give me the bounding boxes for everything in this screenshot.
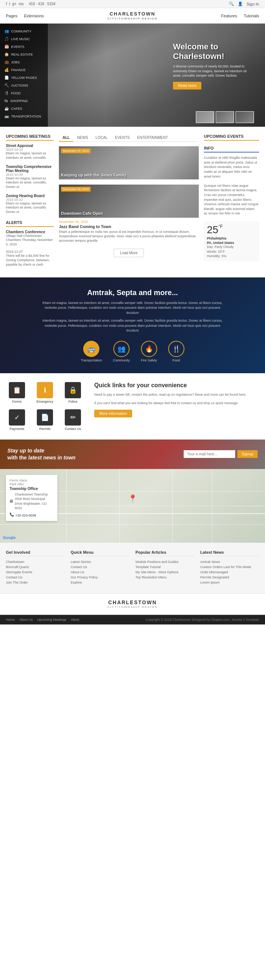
dark-icon-community[interactable]: 👥 Community bbox=[113, 341, 130, 362]
facebook-icon[interactable]: f bbox=[6, 2, 7, 6]
map-card: Ferris AlanoPark Albo Township Office 🏛 … bbox=[6, 475, 57, 521]
news-date-2: November 09, 2015 bbox=[59, 220, 199, 224]
rss-icon[interactable]: rss bbox=[19, 2, 24, 6]
sidebar-item-cafes[interactable]: ☕ CAFES bbox=[0, 105, 48, 112]
brand-name: CHARLESTOWN bbox=[108, 11, 157, 17]
newsletter-email-input[interactable] bbox=[184, 450, 235, 458]
quick-icon-permits[interactable]: 📄 Permits bbox=[34, 409, 56, 431]
tab-news[interactable]: NEWS bbox=[73, 134, 92, 142]
footer-quickmenu-link-3[interactable]: About Us bbox=[71, 570, 130, 574]
alert-item-1: Chambers Conference Village Hall Charles… bbox=[6, 230, 54, 247]
footer-latestnews-link-2[interactable]: Custom Orders Last for This Week bbox=[200, 565, 259, 569]
footer-popular-title: Popular Articles bbox=[135, 550, 194, 556]
transportation-icon: 🚌 bbox=[5, 114, 9, 118]
brand-sub: CITY/TOWNSHIP DESIGN bbox=[108, 17, 157, 21]
footer-getinvolved-link-4[interactable]: Contact Us bbox=[6, 576, 65, 579]
nav-tutorials[interactable]: Tutorials bbox=[244, 14, 259, 18]
quick-icon-contact[interactable]: ✏ Contact Us bbox=[62, 409, 84, 431]
topbar-right: 🔍 👤 Sign In bbox=[229, 2, 259, 6]
quick-icon-emergency[interactable]: ℹ Emergency bbox=[34, 382, 56, 403]
footer-quickmenu-link-2[interactable]: Contact Us bbox=[71, 565, 130, 569]
sidebar-item-events[interactable]: 📅 EVENTS bbox=[0, 43, 48, 51]
sidebar-item-community[interactable]: 👥 COMMUNITY bbox=[0, 27, 48, 35]
right-column: UPCOMING EVENTS INFO Curabitur at nibh f… bbox=[204, 134, 259, 270]
dark-desc1: Etiam mi magna, laoreet ex interdum sit … bbox=[40, 301, 225, 316]
footer-getinvolved-link-3[interactable]: Stormgate Events bbox=[6, 570, 65, 574]
main-nav: Pages Extensions CHARLESTOWN CITY/TOWNSH… bbox=[0, 8, 265, 24]
finance-icon: 💰 bbox=[5, 68, 9, 72]
footer-popular-link-4[interactable]: Top Resolution Menu bbox=[135, 576, 194, 579]
food-circle-icon: 🍴 bbox=[168, 341, 184, 357]
load-more-button[interactable]: Load More bbox=[114, 249, 144, 257]
sidebar-item-shopping[interactable]: 🛍 SHOPPING bbox=[0, 97, 48, 105]
alert-title-1: Chambers Conference bbox=[6, 230, 54, 234]
dark-content: Amtrak, Septa and more... Etiam mi magna… bbox=[7, 288, 258, 362]
quick-icon-forms[interactable]: 📋 Forms bbox=[6, 382, 28, 403]
footer-quickmenu-link-1[interactable]: Latest Stories bbox=[71, 560, 130, 564]
tab-local[interactable]: LOCAL bbox=[92, 134, 111, 142]
footer-latestnews-link-5[interactable]: Lorem Ipsum bbox=[200, 581, 259, 584]
nav-features[interactable]: Features bbox=[221, 14, 237, 18]
footer-bottom-meetings[interactable]: Upcoming Meetings bbox=[37, 618, 67, 622]
map-phone: +20 023-0038 bbox=[16, 514, 36, 517]
sidebar-item-yellowpages[interactable]: 📄 YELLOW PAGES bbox=[0, 74, 48, 81]
footer-bottom-alerts[interactable]: Alerts bbox=[71, 618, 79, 622]
sidebar-item-jobs[interactable]: 💼 JOBS bbox=[0, 58, 48, 66]
footer-latestnews-link-4[interactable]: Permits Designated bbox=[200, 576, 259, 579]
hero-thumb-1[interactable] bbox=[196, 111, 214, 123]
footer-getinvolved-link-5[interactable]: Join The Order bbox=[6, 581, 65, 584]
quick-icon-police[interactable]: 🔒 Police bbox=[62, 382, 84, 403]
read-more-button[interactable]: Read more bbox=[173, 82, 202, 89]
quick-links-desc2: If you can't find what you are looking f… bbox=[94, 401, 259, 406]
tab-all[interactable]: ALL bbox=[59, 134, 73, 142]
dark-icon-firesafety[interactable]: 🔥 Fire Safety bbox=[141, 341, 157, 362]
sidebar-item-livemusic[interactable]: 🎵 LIVE MUSIC bbox=[0, 35, 48, 43]
twitter-icon[interactable]: t bbox=[9, 2, 10, 6]
footer-popular-link-1[interactable]: Module Positions and Guides bbox=[135, 560, 194, 564]
sidebar-item-transportation[interactable]: 🚌 TRANSPORTATION bbox=[0, 112, 48, 120]
news-image-1: November 07, 2015 Keeping up with the Jo… bbox=[59, 146, 199, 180]
footer-popular-link-3[interactable]: My Site Menu - More Options bbox=[135, 570, 194, 574]
phone-number: 416 · 416 · 5154 bbox=[29, 2, 55, 6]
footer-quickmenu-link-5[interactable]: Explore bbox=[71, 581, 130, 584]
dark-icon-food[interactable]: 🍴 Food bbox=[168, 341, 184, 362]
footer-bottom-about[interactable]: About Us bbox=[19, 618, 33, 622]
footer-getinvolved-link-1[interactable]: Charlestown bbox=[6, 560, 65, 564]
tab-entertainment[interactable]: ENTERTAINMENT bbox=[133, 134, 171, 142]
footer-getinvolved-link-2[interactable]: Brincraft Quartz bbox=[6, 565, 65, 569]
sidebar-item-food[interactable]: 🍴 FOOD bbox=[0, 89, 48, 97]
search-icon[interactable]: 🔍 bbox=[229, 2, 234, 6]
firesafety-label: Fire Safety bbox=[141, 358, 157, 362]
nav-extensions[interactable]: Extensions bbox=[24, 14, 44, 18]
hero-thumb-3[interactable] bbox=[236, 111, 254, 123]
alert-text-1: Village Hall Charlestown Chambers Thursd… bbox=[6, 234, 54, 247]
more-info-button[interactable]: More information bbox=[94, 410, 132, 417]
police-shape-icon: 🔒 bbox=[65, 382, 81, 398]
dark-title: Amtrak, Septa and more... bbox=[7, 288, 258, 297]
footer-top: Get Involved Charlestown Brincraft Quart… bbox=[0, 542, 265, 593]
googleplus-icon[interactable]: g+ bbox=[13, 2, 17, 6]
quick-icon-payments[interactable]: ✓ Payments bbox=[6, 409, 28, 431]
weather-box: 25 °F Philadelphia PA, United States Day… bbox=[204, 221, 259, 262]
hero-thumb-2[interactable] bbox=[216, 111, 234, 123]
footer-bottom-home[interactable]: Home bbox=[6, 618, 15, 622]
newsletter-signup-button[interactable]: Signup bbox=[237, 450, 258, 458]
footer-col-latestnews: Latest News Amtrak News Custom Orders La… bbox=[200, 550, 259, 586]
sidebar-item-auctions[interactable]: 🔨 AUCTIONS bbox=[0, 81, 48, 89]
sidebar-item-realestate[interactable]: 🏠 REAL ESTATE bbox=[0, 51, 48, 58]
footer-latestnews-link-1[interactable]: Amtrak News bbox=[200, 560, 259, 564]
tab-events[interactable]: EVENTS bbox=[111, 134, 133, 142]
signin-link[interactable]: Sign In bbox=[247, 2, 259, 6]
footer-brand-name: CHARLESTOWN bbox=[6, 600, 259, 605]
dark-desc2: Interdum magna, laoreet ex interdum sit … bbox=[40, 318, 225, 333]
weather-humidity: Humidity: 5% bbox=[207, 254, 256, 259]
dark-icon-transportation[interactable]: 🚌 Transportation bbox=[81, 341, 102, 362]
footer-latestnews-link-3[interactable]: Undo Mismanaged bbox=[200, 570, 259, 574]
sidebar-item-finance[interactable]: 💰 FINANCE bbox=[0, 66, 48, 74]
contact-label: Contact Us bbox=[65, 427, 81, 431]
footer-quickmenu-link-4[interactable]: Our Privacy Policy bbox=[71, 576, 130, 579]
quick-links-desc1: Need to pay a sewer bill, contact the po… bbox=[94, 392, 259, 398]
alert-text-2: 2015-11-27 bbox=[6, 250, 54, 254]
footer-popular-link-2[interactable]: Template Tutorial bbox=[135, 565, 194, 569]
nav-pages[interactable]: Pages bbox=[6, 14, 17, 18]
